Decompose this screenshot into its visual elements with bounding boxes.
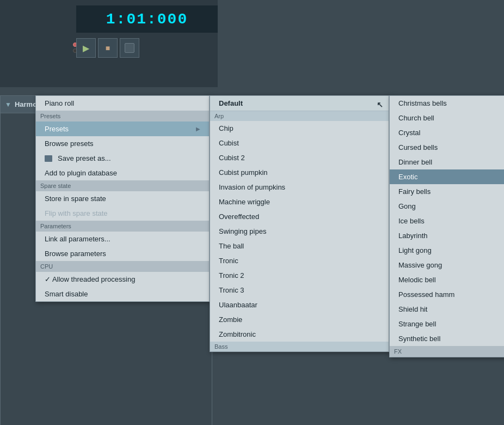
- menu-item-cursed-bells[interactable]: Cursed bells: [390, 140, 504, 155]
- smart-disable-label: Smart disable: [45, 290, 88, 298]
- save-icon: [45, 155, 52, 162]
- menu-item-cubist[interactable]: Cubist: [210, 136, 389, 150]
- time-value: 1:01:000: [106, 11, 188, 28]
- menu-item-shield-hit[interactable]: Shield hit: [390, 302, 504, 317]
- menu-item-zombitronic[interactable]: Zombitronic: [210, 327, 389, 342]
- menu-item-save-preset[interactable]: Save preset as...: [36, 151, 209, 166]
- menu-item-church-bell[interactable]: Church bell: [390, 111, 504, 125]
- menu-item-synthetic-bell[interactable]: Synthetic bell: [390, 331, 504, 346]
- menu-item-tronic2[interactable]: Tronic 2: [210, 268, 389, 283]
- store-spare-label: Store in spare state: [45, 195, 106, 203]
- menu-item-tronic[interactable]: Tronic: [210, 253, 389, 268]
- menu-item-ulaanbaatar[interactable]: Ulaanbaatar: [210, 298, 389, 312]
- submenu-section-arp: Arp: [210, 111, 389, 121]
- play-button[interactable]: ▶: [76, 38, 96, 58]
- menu-item-link-params[interactable]: Link all parameters...: [36, 232, 209, 246]
- menu-item-piano-roll[interactable]: Piano roll: [36, 96, 209, 111]
- menu-item-crystal[interactable]: Crystal: [390, 125, 504, 140]
- menu-item-swinging-pipes[interactable]: Swinging pipes: [210, 224, 389, 239]
- flip-spare-label: Flip with spare state: [45, 209, 108, 217]
- menu-item-browse-params[interactable]: Browse parameters: [36, 246, 209, 261]
- menu-item-machine-wriggle[interactable]: Machine wriggle: [210, 195, 389, 209]
- submenu-section-bass: Bass: [210, 342, 389, 351]
- menu-item-labyrinth[interactable]: Labyrinth: [390, 228, 504, 243]
- menu-item-the-ball[interactable]: The ball: [210, 239, 389, 253]
- menu-item-browse-presets[interactable]: Browse presets: [36, 136, 209, 151]
- title-arrow-icon: ▼: [5, 101, 11, 108]
- menu-item-cubist-pumpkin[interactable]: Cubist pumpkin: [210, 165, 389, 180]
- submenu-arp: Default ↖ Arp Chip Cubist Cubist 2 Cubis…: [210, 95, 389, 352]
- default-label: Default: [219, 99, 243, 107]
- menu-section-parameters: Parameters: [36, 221, 209, 232]
- menu-section-presets: Presets: [36, 111, 209, 122]
- menu-item-possessed-hamm[interactable]: Possessed hamm: [390, 287, 504, 302]
- presets-label: Presets: [45, 125, 69, 133]
- menu-item-strange-bell[interactable]: Strange bell: [390, 317, 504, 331]
- menu-item-massive-gong[interactable]: Massive gong: [390, 258, 504, 272]
- menu-item-store-spare[interactable]: Store in spare state: [36, 191, 209, 206]
- context-menu: Piano roll Presets Presets Browse preset…: [35, 95, 210, 302]
- transport-controls: ▶ ■: [76, 38, 139, 58]
- menu-item-cubist2[interactable]: Cubist 2: [210, 150, 389, 165]
- menu-item-chip[interactable]: Chip: [210, 121, 389, 136]
- menu-section-spare: Spare state: [36, 180, 209, 191]
- menu-item-overeffected[interactable]: Overeffected: [210, 209, 389, 224]
- piano-roll-label: Piano roll: [45, 99, 74, 107]
- menu-item-invasion[interactable]: Invasion of pumpkins: [210, 180, 389, 195]
- menu-item-flip-spare: Flip with spare state: [36, 206, 209, 221]
- menu-item-christmas-bells[interactable]: Christmas bells: [390, 96, 504, 111]
- browse-presets-label: Browse presets: [45, 139, 94, 148]
- menu-item-threaded[interactable]: ✓ Allow threaded processing: [36, 272, 209, 287]
- stop-button[interactable]: ■: [98, 38, 118, 58]
- submenu-section-fx: FX: [390, 346, 504, 357]
- menu-section-cpu: CPU: [36, 261, 209, 272]
- add-plugin-db-label: Add to plugin database: [45, 169, 117, 177]
- menu-item-light-gong[interactable]: Light gong: [390, 243, 504, 258]
- browse-params-label: Browse parameters: [45, 250, 106, 258]
- link-params-label: Link all parameters...: [45, 235, 110, 243]
- record-button[interactable]: [120, 38, 139, 58]
- save-preset-label: Save preset as...: [58, 154, 111, 162]
- submenu-right: Christmas bells Church bell Crystal Curs…: [389, 95, 504, 357]
- menu-item-dinner-bell[interactable]: Dinner bell: [390, 155, 504, 169]
- top-bar: 1:01:000 PAT SONG ▶ ■: [0, 0, 218, 87]
- menu-item-gong[interactable]: Gong: [390, 199, 504, 214]
- menu-item-presets[interactable]: Presets: [36, 122, 209, 136]
- menu-item-exotic[interactable]: Exotic: [390, 169, 504, 184]
- menu-item-smart-disable[interactable]: Smart disable: [36, 287, 209, 301]
- menu-item-zombie[interactable]: Zombie: [210, 312, 389, 327]
- menu-item-fairy-bells[interactable]: Fairy bells: [390, 184, 504, 199]
- cursor-icon: ↖: [377, 100, 383, 109]
- threaded-label: ✓ Allow threaded processing: [45, 275, 135, 283]
- menu-item-default[interactable]: Default ↖: [210, 96, 389, 111]
- menu-item-add-plugin-db[interactable]: Add to plugin database: [36, 166, 209, 180]
- menu-item-ice-bells[interactable]: Ice bells: [390, 214, 504, 228]
- menu-item-melodic-bell[interactable]: Melodic bell: [390, 272, 504, 287]
- menu-item-tronic3[interactable]: Tronic 3: [210, 283, 389, 298]
- time-display: 1:01:000: [76, 5, 218, 33]
